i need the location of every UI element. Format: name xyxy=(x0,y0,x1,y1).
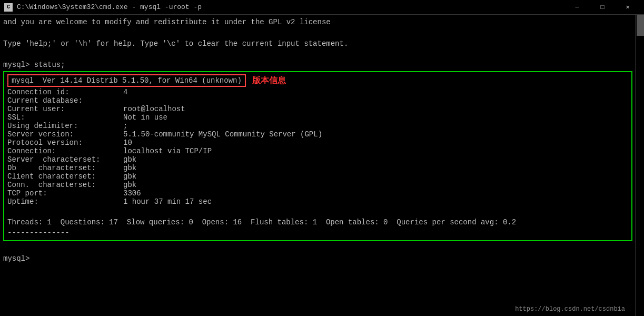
status-val-5: 5.1.50-community MySQL Community Server … xyxy=(123,130,322,139)
status-val-4: ; xyxy=(123,122,127,130)
line-2 xyxy=(3,27,632,38)
line-1: and you are welcome to modify and redist… xyxy=(3,17,632,27)
watermark: https://blog.csdn.net/csdnbia xyxy=(515,305,625,313)
status-val-10: gbk xyxy=(123,172,136,181)
scrollbar-thumb[interactable] xyxy=(637,15,644,36)
blank-line xyxy=(7,206,628,216)
separator-line: -------------- xyxy=(7,228,628,238)
status-row-3: SSL: Not in use xyxy=(7,113,628,122)
status-key-12: TCP port: xyxy=(7,189,123,197)
window-title: C:\Windows\System32\cmd.exe - mysql -uro… xyxy=(17,3,565,11)
terminal-content: and you are welcome to modify and redist… xyxy=(0,15,636,316)
status-key-13: Uptime: xyxy=(7,197,123,206)
window-controls[interactable]: ─ □ ✕ xyxy=(565,0,640,15)
version-highlight-box: mysql Ver 14.14 Distrib 5.1.50, for Win6… xyxy=(7,74,246,87)
status-val-3: Not in use xyxy=(123,113,167,122)
status-key-2: Current user: xyxy=(7,105,123,113)
status-row-12: TCP port: 3306 xyxy=(7,189,628,197)
status-val-11: gbk xyxy=(123,181,136,189)
status-row-8: Server characterset: gbk xyxy=(7,155,628,164)
status-val-12: 3306 xyxy=(123,189,141,197)
status-val-0: 4 xyxy=(123,88,127,96)
status-row-6: Protocol version: 10 xyxy=(7,139,628,147)
status-key-1: Current database: xyxy=(7,96,123,105)
close-button[interactable]: ✕ xyxy=(616,0,640,15)
status-row-11: Conn. characterset: gbk xyxy=(7,181,628,189)
status-row-13: Uptime: 1 hour 37 min 17 sec xyxy=(7,197,628,206)
window-wrapper: and you are welcome to modify and redist… xyxy=(0,15,644,316)
status-key-8: Server characterset: xyxy=(7,155,123,164)
status-val-9: gbk xyxy=(123,164,136,172)
mysql-prompt-status: mysql> status; xyxy=(3,60,632,70)
threads-line: Threads: 1 Questions: 17 Slow queries: 0… xyxy=(7,217,628,228)
status-row-0: Connection id: 4 xyxy=(7,88,628,96)
status-row-10: Client characterset: gbk xyxy=(7,172,628,181)
status-key-9: Db characterset: xyxy=(7,164,123,172)
maximize-button[interactable]: □ xyxy=(590,0,615,15)
status-val-6: 10 xyxy=(123,139,132,147)
status-output-box: mysql Ver 14.14 Distrib 5.1.50, for Win6… xyxy=(3,71,632,241)
titlebar: C C:\Windows\System32\cmd.exe - mysql -u… xyxy=(0,0,644,15)
version-line-container: mysql Ver 14.14 Distrib 5.1.50, for Win6… xyxy=(7,74,628,87)
status-val-13: 1 hour 37 min 17 sec xyxy=(123,197,212,206)
status-key-10: Client characterset: xyxy=(7,172,123,181)
status-val-7: localhost via TCP/IP xyxy=(123,147,212,155)
scrollbar[interactable] xyxy=(636,15,644,316)
status-key-5: Server version: xyxy=(7,130,123,139)
final-blank xyxy=(3,242,632,253)
status-row-2: Current user: root@localhost xyxy=(7,105,628,113)
status-row-5: Server version: 5.1.50-community MySQL C… xyxy=(7,130,628,139)
status-key-3: SSL: xyxy=(7,113,123,122)
line-3: Type 'help;' or '\h' for help. Type '\c'… xyxy=(3,38,632,49)
status-row-7: Connection: localhost via TCP/IP xyxy=(7,147,628,155)
status-key-0: Connection id: xyxy=(7,88,123,96)
version-label: 版本信息 xyxy=(252,75,286,86)
status-val-2: root@localhost xyxy=(123,105,185,113)
status-val-8: gbk xyxy=(123,155,136,164)
app-icon: C xyxy=(4,3,13,12)
minimize-button[interactable]: ─ xyxy=(565,0,589,15)
line-4 xyxy=(3,49,632,60)
final-prompt[interactable]: mysql> xyxy=(3,253,632,264)
status-key-4: Using delimiter: xyxy=(7,122,123,130)
status-row-4: Using delimiter: ; xyxy=(7,122,628,130)
status-row-1: Current database: xyxy=(7,96,628,105)
status-key-6: Protocol version: xyxy=(7,139,123,147)
status-row-9: Db characterset: gbk xyxy=(7,164,628,172)
status-key-11: Conn. characterset: xyxy=(7,181,123,189)
status-key-7: Connection: xyxy=(7,147,123,155)
